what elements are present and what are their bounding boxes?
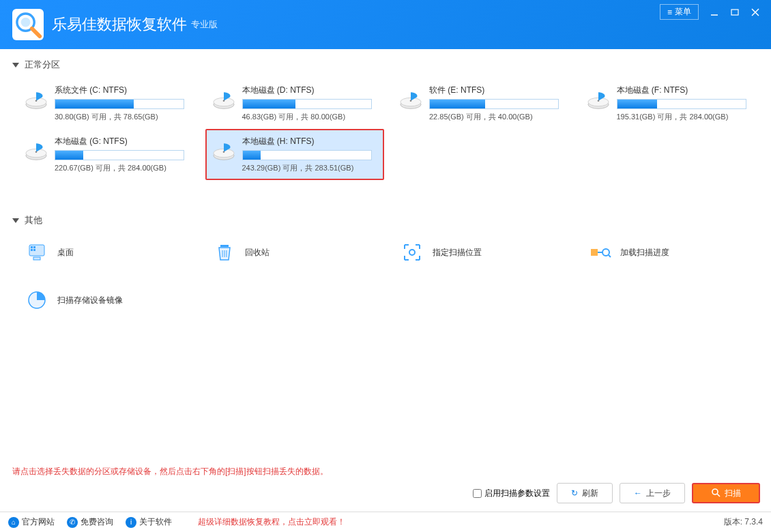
about-link[interactable]: i 关于软件: [126, 516, 172, 528]
enable-params-input[interactable]: [473, 489, 482, 498]
partition-stats: 46.83(GB) 可用，共 80.00(GB): [242, 112, 379, 122]
close-button[interactable]: [745, 5, 766, 20]
other-item-load[interactable]: 加载扫描进度: [581, 233, 759, 271]
section-header-partitions: 正常分区: [12, 59, 759, 71]
other-item-recycle[interactable]: 回收站: [205, 233, 383, 271]
image-icon: [23, 286, 50, 314]
prev-label: 上一步: [646, 488, 671, 499]
collapse-icon[interactable]: [12, 218, 19, 223]
partition-name: 本地磁盘 (F: NTFS): [617, 85, 754, 96]
svg-point-18: [597, 100, 599, 102]
site-label: 官方网站: [22, 516, 55, 528]
consult-link[interactable]: ✆ 免费咨询: [67, 516, 113, 528]
partition-name: 系统文件 (C: NTFS): [55, 85, 192, 96]
svg-point-21: [35, 151, 38, 153]
svg-line-41: [717, 494, 720, 497]
svg-point-15: [410, 100, 412, 102]
menu-button[interactable]: ≡ 菜单: [660, 4, 699, 20]
footer-buttons: 启用扫描参数设置 ↻ 刷新 ← 上一步 扫描: [470, 479, 763, 507]
maximize-button[interactable]: [725, 5, 745, 20]
status-bar: ⌂ 官方网站 ✆ 免费咨询 i 关于软件 超级详细数据恢复教程，点击立即观看！ …: [0, 512, 771, 532]
disk-icon: [211, 89, 237, 110]
enable-params-checkbox[interactable]: 启用扫描参数设置: [473, 488, 550, 499]
svg-rect-31: [220, 245, 229, 247]
partition-name: 本地磁盘 (D: NTFS): [242, 85, 379, 96]
partition-item[interactable]: 软件 (E: NTFS)22.85(GB) 可用，共 40.00(GB): [392, 78, 572, 129]
usage-bar: [242, 99, 372, 109]
title-bar: 乐易佳数据恢复软件 专业版 ≡ 菜单: [0, 0, 771, 49]
usage-bar: [55, 150, 184, 160]
section-title-other: 其他: [25, 214, 42, 226]
partition-stats: 22.85(GB) 可用，共 40.00(GB): [429, 112, 566, 122]
partition-item[interactable]: 本地磁盘 (D: NTFS)46.83(GB) 可用，共 80.00(GB): [205, 78, 385, 129]
refresh-button[interactable]: ↻ 刷新: [557, 483, 613, 503]
collapse-icon[interactable]: [12, 63, 19, 68]
svg-rect-30: [33, 257, 40, 260]
enable-params-label: 启用扫描参数设置: [484, 488, 550, 499]
usage-bar: [242, 150, 372, 160]
svg-rect-28: [31, 249, 33, 251]
usage-bar: [429, 99, 559, 109]
info-icon: i: [126, 517, 136, 528]
svg-point-1: [21, 18, 31, 27]
tutorial-link[interactable]: 超级详细数据恢复教程，点击立即观看！: [198, 516, 345, 528]
recycle-icon: [211, 239, 238, 266]
load-icon: [586, 239, 613, 266]
usage-bar: [55, 99, 184, 109]
arrow-left-icon: ←: [634, 488, 642, 498]
other-item-location[interactable]: 指定扫描位置: [393, 233, 571, 271]
partition-name: 本地磁盘 (H: NTFS): [242, 136, 379, 147]
usage-bar: [617, 99, 746, 109]
svg-point-12: [222, 100, 224, 102]
version-text: 版本: 7.3.4: [724, 516, 763, 528]
other-label: 回收站: [245, 247, 270, 258]
search-icon: [711, 488, 721, 499]
disk-icon: [211, 140, 237, 162]
svg-rect-4: [731, 10, 738, 15]
partition-name: 软件 (E: NTFS): [429, 85, 566, 96]
home-icon: ⌂: [8, 517, 19, 528]
svg-point-35: [409, 250, 415, 255]
scan-button[interactable]: 扫描: [692, 483, 760, 503]
app-title: 乐易佳数据恢复软件: [52, 14, 187, 35]
disk-icon: [23, 89, 49, 110]
scan-label: 扫描: [725, 488, 741, 499]
svg-point-9: [35, 100, 38, 102]
disk-icon: [585, 89, 611, 110]
partition-stats: 30.80(GB) 可用，共 78.65(GB): [55, 112, 192, 122]
partition-name: 本地磁盘 (G: NTFS): [55, 136, 192, 147]
svg-rect-27: [33, 246, 35, 248]
section-header-other: 其他: [12, 214, 759, 226]
about-label: 关于软件: [139, 516, 172, 528]
disk-icon: [398, 89, 424, 110]
svg-line-2: [32, 29, 40, 37]
consult-label: 免费咨询: [81, 516, 113, 528]
partition-stats: 195.31(GB) 可用，共 284.00(GB): [617, 112, 754, 122]
prev-button[interactable]: ← 上一步: [620, 483, 685, 503]
partition-stats: 220.67(GB) 可用，共 284.00(GB): [55, 163, 192, 173]
refresh-label: 刷新: [582, 488, 598, 499]
minimize-button[interactable]: [704, 5, 725, 20]
app-subtitle: 专业版: [191, 18, 218, 31]
svg-rect-36: [591, 249, 598, 256]
official-site-link[interactable]: ⌂ 官方网站: [8, 516, 55, 528]
partition-item[interactable]: 本地磁盘 (F: NTFS)195.31(GB) 可用，共 284.00(GB): [580, 78, 759, 129]
svg-point-37: [602, 249, 609, 256]
partition-item[interactable]: 本地磁盘 (H: NTFS)243.29(GB) 可用，共 283.51(GB): [205, 129, 385, 180]
desktop-icon: [23, 239, 50, 266]
svg-line-38: [609, 255, 611, 257]
svg-rect-26: [31, 246, 33, 248]
other-item-desktop[interactable]: 桌面: [18, 233, 196, 271]
partition-item[interactable]: 本地磁盘 (G: NTFS)220.67(GB) 可用，共 284.00(GB): [18, 129, 197, 180]
other-label: 加载扫描进度: [620, 247, 669, 258]
hint-text: 请点击选择丢失数据的分区或存储设备，然后点击右下角的[扫描]按钮扫描丢失的数据。: [0, 460, 340, 483]
other-label: 桌面: [57, 247, 74, 258]
partition-item[interactable]: 系统文件 (C: NTFS)30.80(GB) 可用，共 78.65(GB): [18, 78, 197, 129]
menu-icon: ≡: [667, 8, 672, 17]
refresh-icon: ↻: [571, 488, 578, 498]
other-label: 指定扫描位置: [433, 247, 482, 258]
svg-rect-29: [33, 249, 35, 251]
partition-stats: 243.29(GB) 可用，共 283.51(GB): [242, 163, 379, 173]
other-item-image[interactable]: 扫描存储设备镜像: [18, 281, 196, 319]
disk-icon: [23, 140, 49, 162]
